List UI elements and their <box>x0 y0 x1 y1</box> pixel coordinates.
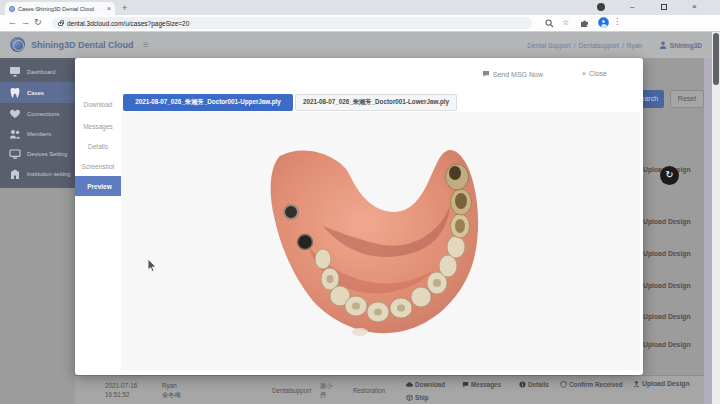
record-indicator-icon <box>597 3 605 11</box>
tab-favicon <box>9 6 15 12</box>
devices-icon <box>9 148 21 160</box>
shining3d-logo-icon <box>10 37 25 52</box>
modal-nav-preview[interactable]: Preview <box>75 176 124 196</box>
reset-button[interactable]: Reset <box>670 90 704 108</box>
refresh-icon[interactable]: ↻ <box>34 17 42 27</box>
breadcrumb: Dental Support / Dentalsupport / Ryan <box>527 42 642 49</box>
details-action[interactable]: Details <box>519 380 549 389</box>
messages-action[interactable]: Messages <box>462 380 501 389</box>
new-tab-button[interactable]: + <box>122 3 127 13</box>
connections-icon <box>9 108 21 120</box>
https-lock-icon <box>58 22 63 26</box>
modal-nav-download[interactable]: Download <box>75 94 121 114</box>
cloud-download-icon <box>406 381 413 388</box>
case-date: 2021-07-1616:51:52 <box>105 381 137 400</box>
page-scrollbar[interactable] <box>704 58 712 404</box>
window-minimize-button[interactable]: – <box>630 2 634 11</box>
modal-nav-messages[interactable]: Messages <box>75 116 121 136</box>
window-close-button[interactable]: × <box>692 2 697 11</box>
shield-check-icon <box>560 381 567 388</box>
send-message-icon <box>482 70 490 78</box>
browser-tab[interactable]: Cases-Shining3D Dental Cloud × <box>5 2 115 15</box>
tab-lowerjaw-file[interactable]: 2021-08-07_026_朱湘芳_Doctor001-LowerJaw.pl… <box>295 94 457 111</box>
tooth-icon <box>9 87 21 99</box>
info-circle-icon <box>519 381 526 388</box>
extensions-icon[interactable] <box>580 19 589 28</box>
sidebar-item-institution-setting[interactable]: Institution setting <box>0 163 75 184</box>
account-menu[interactable]: Shining3D <box>659 41 702 49</box>
members-icon <box>9 128 21 140</box>
send-msg-now-button[interactable]: Send MSG Now <box>482 70 543 78</box>
account-label: Shining3D <box>670 42 702 49</box>
upload-icon <box>633 380 640 387</box>
breadcrumb-separator: / <box>622 42 624 49</box>
browser-window: Cases-Shining3D Dental Cloud × + – × ← →… <box>0 0 720 404</box>
confirm-received-action[interactable]: Confirm Received <box>560 380 623 389</box>
dental-scan-3d-model[interactable] <box>268 146 483 336</box>
tab-upperjaw-file[interactable]: 2021-08-07_026_朱湘芳_Doctor001-UpperJaw.pl… <box>123 94 293 111</box>
breadcrumb-item[interactable]: Dental Support <box>527 42 570 49</box>
mouse-cursor <box>147 259 157 273</box>
bookmark-star-icon[interactable]: ☆ <box>562 18 569 27</box>
case-preview-modal: Send MSG Now × Close Download Messages D… <box>75 58 643 375</box>
close-icon: × <box>582 70 586 77</box>
case-organization: Dentalsupport <box>272 386 311 395</box>
upload-design-action[interactable]: Upload Design <box>633 380 690 387</box>
tab-close-icon[interactable]: × <box>107 5 111 12</box>
user-icon <box>659 41 667 49</box>
dashboard-icon <box>9 66 21 78</box>
close-modal-button[interactable]: × Close <box>582 70 607 77</box>
implant-hole <box>298 235 313 250</box>
forward-icon[interactable]: → <box>21 17 30 27</box>
model-viewport[interactable]: ↻ <box>121 112 640 371</box>
sidebar-item-cases[interactable]: Cases <box>0 82 75 103</box>
breadcrumb-separator: / <box>574 42 576 49</box>
ship-box-icon <box>406 394 413 401</box>
case-type: Restoration <box>353 386 385 395</box>
case-creator: Ryan金冬梅 <box>162 381 181 400</box>
implant-hole <box>284 205 298 219</box>
collapse-menu-icon[interactable]: ≡ <box>143 39 149 50</box>
tab-title: Cases-Shining3D Dental Cloud <box>18 6 104 12</box>
chat-bubble-icon <box>462 381 469 388</box>
modal-nav-screenshot[interactable]: Screenshot <box>75 156 121 176</box>
sidebar-item-connections[interactable]: Connections <box>0 103 75 124</box>
modal-nav-details[interactable]: Details <box>75 136 121 156</box>
breadcrumb-item[interactable]: Dentalsupport <box>579 42 619 49</box>
sidebar-item-devices-setting[interactable]: Devices Setting <box>0 143 75 164</box>
breadcrumb-item[interactable]: Ryan <box>627 42 642 49</box>
reset-view-button[interactable]: ↻ <box>660 166 679 185</box>
address-bar[interactable]: dental.3dcloud.com/u/cases?pageSize=20 <box>52 17 532 29</box>
window-scrollbar-track[interactable] <box>712 32 720 404</box>
download-action[interactable]: Download <box>406 380 445 389</box>
window-maximize-button[interactable] <box>661 4 667 10</box>
url-text: dental.3dcloud.com/u/cases?pageSize=20 <box>67 20 189 27</box>
institution-icon <box>9 168 21 180</box>
browser-tabstrip: Cases-Shining3D Dental Cloud × + – × <box>0 0 720 15</box>
ship-action[interactable]: Ship <box>406 393 429 402</box>
sidebar-item-members[interactable]: Members <box>0 123 75 144</box>
chrome-menu-icon[interactable]: ⋮ <box>613 17 621 26</box>
browser-profile-avatar[interactable] <box>598 17 609 28</box>
app-title: Shining3D Dental Cloud <box>31 40 134 50</box>
sidebar: Dashboard Cases Connections Members <box>0 58 75 188</box>
search-icon[interactable] <box>545 19 554 28</box>
back-icon[interactable]: ← <box>8 17 17 27</box>
sidebar-item-dashboard[interactable]: Dashboard <box>0 61 75 82</box>
window-scrollbar-thumb[interactable] <box>713 33 719 85</box>
case-patient: 谢小丹 <box>320 381 333 400</box>
